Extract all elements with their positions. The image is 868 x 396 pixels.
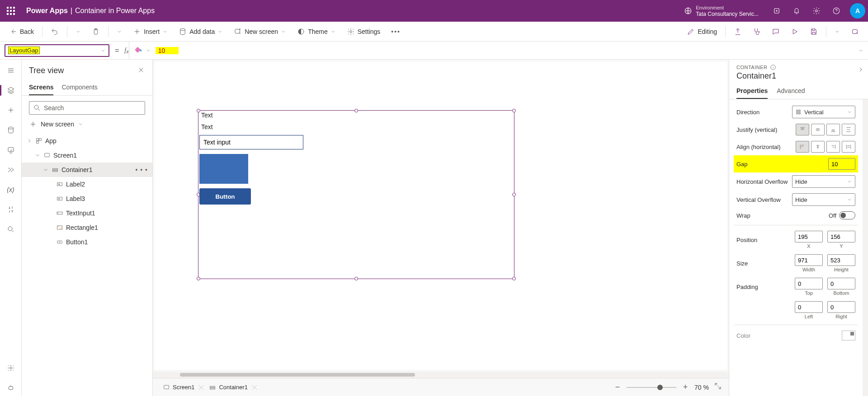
padding-bottom-input[interactable]: [827, 278, 855, 289]
justify-space-between-button[interactable]: [842, 124, 855, 135]
tree-new-screen-button[interactable]: New screen: [29, 118, 145, 130]
theme-button[interactable]: Theme: [292, 25, 340, 38]
tab-properties[interactable]: Properties: [736, 84, 768, 99]
direction-dropdown[interactable]: Vertical: [792, 106, 855, 118]
canvas-textinput1[interactable]: [199, 135, 303, 149]
position-x-input[interactable]: [795, 231, 823, 242]
copilot-header-button[interactable]: [768, 2, 786, 20]
undo-split-chevron[interactable]: [71, 26, 85, 37]
tree-item-label2[interactable]: Label2: [22, 177, 152, 191]
settings-button[interactable]: Settings: [342, 25, 385, 38]
insert-button[interactable]: Insert: [128, 25, 172, 38]
justify-end-button[interactable]: [826, 124, 840, 135]
wrap-toggle[interactable]: [839, 211, 855, 219]
tab-screens[interactable]: Screens: [29, 81, 53, 95]
environment-picker[interactable]: Environment Tata Consultancy Servic...: [677, 5, 766, 17]
tree-item-more-button[interactable]: • • •: [136, 166, 148, 173]
overflow-button[interactable]: •••: [387, 25, 405, 38]
align-stretch-button[interactable]: [842, 141, 855, 153]
breadcrumb-container1[interactable]: Container1: [204, 382, 252, 393]
rail-power-automate[interactable]: [3, 162, 19, 178]
align-center-button[interactable]: [811, 141, 825, 153]
rail-tree-view[interactable]: [3, 82, 19, 98]
add-data-button[interactable]: Add data: [174, 25, 227, 38]
app-checker-button[interactable]: [748, 25, 765, 38]
new-screen-button[interactable]: New screen: [229, 25, 291, 38]
undo-button[interactable]: [46, 25, 63, 38]
publish-button[interactable]: [846, 25, 863, 38]
padding-right-input[interactable]: [827, 301, 855, 313]
rail-virtual-agent[interactable]: [3, 380, 19, 396]
align-end-button[interactable]: [826, 141, 840, 153]
rail-variables[interactable]: (x): [3, 182, 19, 198]
canvas-rectangle1[interactable]: [199, 154, 248, 184]
tree-item-screen1[interactable]: Screen1: [22, 148, 152, 163]
canvas-surface[interactable]: Text Text Button: [155, 61, 727, 370]
align-options: [796, 141, 855, 153]
zoom-slider[interactable]: [627, 387, 676, 388]
formula-input[interactable]: 10: [129, 42, 854, 59]
properties-body: Direction Vertical Justify (vertical) Al…: [729, 99, 863, 396]
app-launcher-button[interactable]: [3, 3, 19, 19]
canvas-button1[interactable]: Button: [199, 188, 251, 205]
gap-input[interactable]: [828, 158, 855, 170]
rail-search[interactable]: [3, 221, 19, 238]
tree-item-button1[interactable]: Button1: [22, 235, 152, 249]
tree-item-textinput1[interactable]: TextInput1: [22, 206, 152, 220]
paste-button[interactable]: [87, 25, 104, 38]
size-width-input[interactable]: [795, 254, 823, 266]
formula-expand-button[interactable]: [854, 43, 868, 58]
screen-icon: [43, 152, 51, 159]
rail-media[interactable]: [3, 142, 19, 158]
rail-settings[interactable]: [3, 360, 19, 376]
preview-button[interactable]: [786, 25, 803, 38]
user-avatar[interactable]: A: [850, 3, 865, 19]
zoom-in-button[interactable]: +: [680, 382, 691, 392]
justify-start-button[interactable]: [796, 124, 809, 135]
rail-insert[interactable]: [3, 102, 19, 118]
zoom-out-button[interactable]: −: [612, 382, 623, 392]
paste-split-chevron[interactable]: [112, 26, 127, 37]
back-button[interactable]: Back: [5, 25, 38, 38]
padding-top-input[interactable]: [795, 278, 823, 289]
formula-copilot-button[interactable]: [135, 46, 151, 55]
comments-button[interactable]: [767, 25, 784, 38]
fit-to-window-button[interactable]: [712, 382, 723, 392]
tab-advanced[interactable]: Advanced: [777, 84, 805, 99]
rail-hamburger[interactable]: [3, 62, 19, 79]
tree-item-rectangle1[interactable]: Rectangle1: [22, 220, 152, 235]
position-y-input[interactable]: [827, 231, 855, 242]
canvas-label2[interactable]: Text: [199, 112, 513, 119]
canvas-label3[interactable]: Text: [199, 123, 513, 130]
properties-scrollbar[interactable]: [863, 99, 868, 396]
tab-components[interactable]: Components: [61, 81, 97, 95]
rail-advanced-tools[interactable]: [3, 201, 19, 218]
panel-collapse-button[interactable]: [857, 66, 864, 75]
tree-item-container1[interactable]: Container1 • • •: [22, 163, 152, 177]
info-icon[interactable]: [770, 64, 776, 70]
settings-header-button[interactable]: [807, 2, 826, 20]
editing-mode-button[interactable]: Editing: [682, 25, 722, 38]
tree-item-app[interactable]: App: [22, 134, 152, 148]
rail-data[interactable]: [3, 122, 19, 138]
save-split-chevron[interactable]: [830, 26, 844, 37]
canvas-horizontal-scrollbar[interactable]: [153, 372, 729, 378]
tree-search-input[interactable]: Search: [29, 101, 145, 115]
canvas-container-selection[interactable]: Text Text Button: [198, 110, 514, 279]
breadcrumb-screen1[interactable]: Screen1: [158, 382, 199, 393]
notifications-button[interactable]: [788, 2, 806, 20]
control-name[interactable]: Container1: [729, 71, 868, 84]
save-button[interactable]: [805, 25, 822, 38]
tree-item-label3[interactable]: Label3: [22, 191, 152, 206]
justify-center-button[interactable]: [811, 124, 825, 135]
color-picker-button[interactable]: [842, 331, 855, 340]
property-selector[interactable]: LayoutGap: [5, 44, 109, 57]
tree-close-button[interactable]: [137, 66, 145, 75]
size-height-input[interactable]: [827, 254, 855, 266]
help-button[interactable]: [827, 2, 845, 20]
padding-left-input[interactable]: [795, 301, 823, 313]
share-button[interactable]: [729, 25, 746, 38]
vertical-overflow-dropdown[interactable]: Hide: [792, 193, 855, 206]
align-start-button[interactable]: [796, 141, 809, 153]
horizontal-overflow-dropdown[interactable]: Hide: [792, 175, 855, 188]
